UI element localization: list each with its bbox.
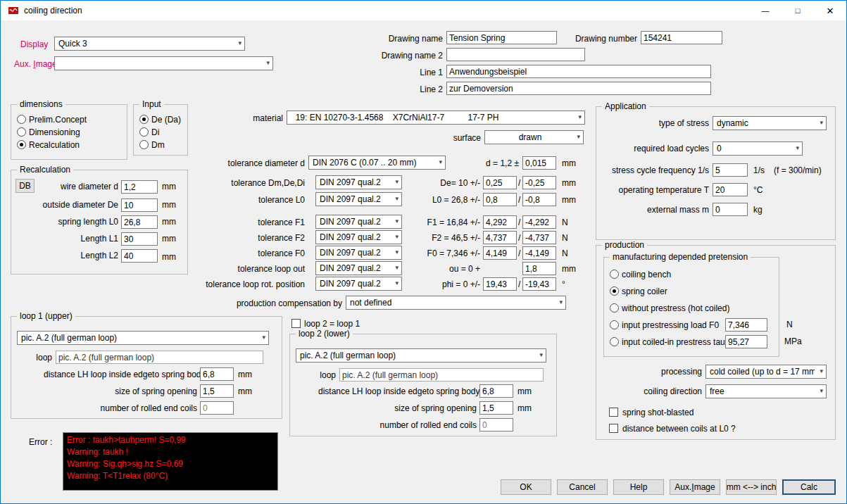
radio-input-prestress-load[interactable]: [610, 320, 619, 329]
drawing-number-label: Drawing number: [570, 34, 637, 44]
processing-select[interactable]: cold coiled (up to d = 17 mm) ▾: [705, 365, 827, 379]
coiling-direction-label: coiling direction: [628, 386, 702, 396]
radio-prelim-concept-label[interactable]: Prelim.Concept: [29, 115, 87, 125]
display-select[interactable]: Quick 3 ▾: [54, 37, 245, 51]
wire-diameter-input[interactable]: [121, 180, 158, 194]
line2-input[interactable]: [446, 82, 711, 95]
drawing-number-input[interactable]: [641, 31, 722, 44]
mm-inch-button[interactable]: mm <--> inch: [726, 479, 777, 495]
tolerance-f0-plus-input[interactable]: [483, 246, 517, 260]
title-bar[interactable]: coiling direction — □ ✕: [1, 1, 846, 20]
material-select[interactable]: 19: EN 10270-3-1.4568 X7CrNiAl17-7 17-7 …: [287, 111, 585, 125]
radio-di-label[interactable]: Di: [151, 127, 159, 137]
tolerance-loop-rot-minus-input[interactable]: [522, 277, 556, 291]
distance-coils-checkbox[interactable]: [609, 424, 618, 433]
temperature-input[interactable]: [713, 183, 748, 196]
radio-spring-coiler-label[interactable]: spring coiler: [622, 286, 667, 296]
outside-diameter-input[interactable]: [121, 199, 158, 212]
radio-coiling-bench[interactable]: [610, 270, 619, 279]
input-group-title: Input: [139, 99, 164, 109]
mass-input[interactable]: [713, 203, 748, 216]
calc-button[interactable]: Calc: [782, 479, 836, 495]
radio-dimensioning[interactable]: [17, 127, 26, 137]
loop2-same-checkbox[interactable]: [291, 319, 301, 328]
distance-coils-label[interactable]: distance between coils at L0 ?: [622, 424, 736, 434]
tolerance-f2-minus-input[interactable]: [522, 231, 556, 244]
maximize-button[interactable]: □: [782, 1, 814, 20]
loop1-distance-input[interactable]: [200, 367, 234, 381]
tolerance-f1-select[interactable]: DIN 2097 qual.2 ▾: [315, 215, 402, 229]
radio-input-prestress-load-label[interactable]: input prestressing load F0: [622, 320, 719, 330]
tolerance-loop-out-select[interactable]: DIN 2097 qual.2 ▾: [315, 261, 402, 275]
tolerance-dm-minus-input[interactable]: [522, 176, 556, 189]
radio-input-coiled-prestress[interactable]: [610, 337, 619, 346]
loop2-type-select[interactable]: pic. A.2 (full german loop) ▾: [296, 348, 546, 363]
aux-image-button[interactable]: Aux. Image: [670, 479, 720, 495]
loop2-distance-input[interactable]: [479, 384, 513, 398]
shot-blasted-checkbox[interactable]: [609, 408, 618, 417]
coiling-direction-select[interactable]: free ▾: [705, 384, 827, 398]
prestress-load-input[interactable]: [725, 318, 767, 332]
minimize-button[interactable]: —: [749, 1, 782, 20]
spring-length-l0-input[interactable]: [121, 215, 158, 229]
frequency-input[interactable]: [713, 163, 748, 177]
radio-dimensioning-label[interactable]: Dimensioning: [29, 127, 80, 137]
load-cycles-select[interactable]: 0 ▾: [713, 141, 803, 156]
loop2-opening-input[interactable]: [479, 401, 513, 415]
production-compensation-select[interactable]: not defined ▾: [346, 296, 566, 310]
ok-button[interactable]: OK: [501, 479, 551, 495]
radio-spring-coiler[interactable]: [610, 286, 619, 296]
frequency-unit: 1/s: [753, 165, 765, 175]
db-button[interactable]: DB: [15, 179, 34, 193]
radio-recalculation[interactable]: [17, 140, 26, 149]
wire-diameter-unit: mm: [162, 182, 176, 191]
tolerance-f2-unit: N: [562, 233, 568, 243]
radio-de-da[interactable]: [139, 115, 149, 124]
line1-input[interactable]: [446, 65, 711, 78]
loop2-group: loop 2 (lower) pic. A.2 (full german loo…: [289, 334, 557, 436]
tolerance-f2-plus-input[interactable]: [483, 231, 517, 244]
radio-prelim-concept[interactable]: [17, 115, 26, 124]
tolerance-diameter-value-input[interactable]: [522, 156, 556, 170]
radio-dm-label[interactable]: Dm: [151, 140, 165, 150]
loop1-type-select[interactable]: pic. A.2 (full german loop) ▾: [17, 331, 269, 345]
radio-de-da-label[interactable]: De (Da): [151, 115, 181, 125]
drawing-name2-input[interactable]: [446, 48, 585, 61]
close-button[interactable]: ✕: [814, 1, 846, 20]
tolerance-f0-minus-input[interactable]: [522, 246, 556, 260]
tolerance-loop-rot-select[interactable]: DIN 2097 qual.2 ▾: [315, 277, 402, 291]
tolerance-dm-select[interactable]: DIN 2097 qual.2 ▾: [315, 175, 402, 189]
type-of-stress-label: type of stress: [600, 118, 709, 128]
radio-dm[interactable]: [139, 140, 149, 149]
tolerance-f1-minus-input[interactable]: [522, 215, 556, 229]
radio-recalculation-label[interactable]: Recalculation: [29, 140, 80, 150]
aux-image-select[interactable]: ▾: [54, 56, 273, 70]
tolerance-l0-minus-input[interactable]: [522, 193, 556, 206]
surface-select[interactable]: drawn ▾: [484, 130, 584, 144]
radio-coiling-bench-label[interactable]: coiling bench: [622, 270, 671, 279]
shot-blasted-label[interactable]: spring shot-blasted: [622, 408, 694, 417]
tolerance-dm-plus-input[interactable]: [483, 176, 517, 189]
loop1-opening-input[interactable]: [200, 384, 234, 398]
tolerance-loop-out-input[interactable]: [522, 262, 556, 275]
length-l1-input[interactable]: [121, 232, 158, 246]
tolerance-f2-select[interactable]: DIN 2097 qual.2 ▾: [315, 230, 402, 244]
length-l2-input[interactable]: [121, 249, 158, 263]
tolerance-l0-plus-input[interactable]: [483, 193, 517, 206]
radio-without-prestress-label[interactable]: without prestress (hot coiled): [622, 303, 729, 313]
radio-without-prestress[interactable]: [610, 303, 619, 313]
tolerance-f0-select[interactable]: DIN 2097 qual.2 ▾: [315, 246, 402, 260]
coiled-prestress-input[interactable]: [725, 335, 767, 348]
cancel-button[interactable]: Cancel: [557, 479, 608, 495]
loop2-same-label[interactable]: loop 2 = loop 1: [304, 319, 360, 329]
application-group: Application type of stress dynamic ▾ req…: [596, 106, 836, 240]
tolerance-l0-select[interactable]: DIN 2097 qual.2 ▾: [315, 192, 402, 206]
help-button[interactable]: Help: [613, 479, 664, 495]
drawing-name-input[interactable]: [446, 31, 557, 44]
tolerance-loop-rot-plus-input[interactable]: [483, 277, 517, 291]
tolerance-f1-plus-input[interactable]: [483, 215, 517, 229]
radio-input-coiled-prestress-label[interactable]: input coiled-in prestress tau0: [622, 337, 729, 347]
type-of-stress-select[interactable]: dynamic ▾: [713, 116, 827, 130]
radio-di[interactable]: [139, 127, 149, 137]
slash-separator: /: [518, 218, 520, 227]
